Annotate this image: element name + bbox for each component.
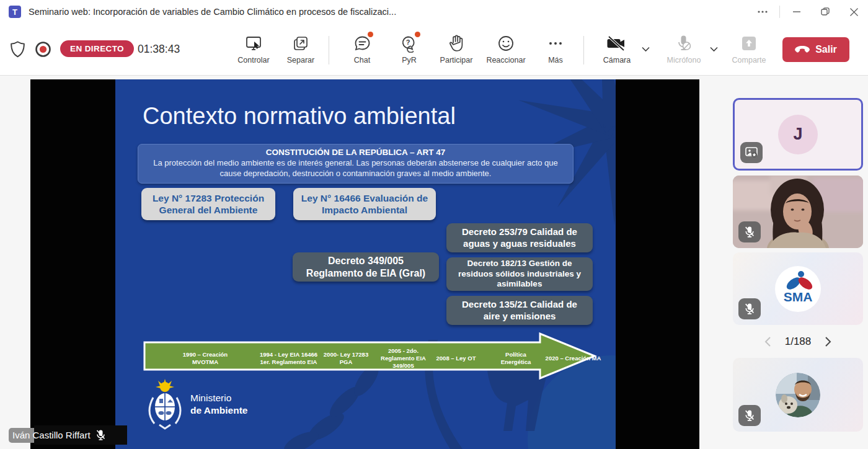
qa-icon: ? bbox=[400, 32, 418, 55]
pager-count: 1/188 bbox=[785, 336, 812, 348]
svg-text:SMA: SMA bbox=[784, 290, 813, 304]
window-title: Seminario web: Incorporación de variable… bbox=[29, 7, 396, 17]
react-smiley-icon bbox=[497, 32, 515, 55]
more-icon bbox=[547, 32, 564, 55]
mic-muted-badge bbox=[738, 221, 761, 242]
participant-photo-avatar bbox=[776, 373, 820, 417]
pager-next-icon[interactable] bbox=[825, 336, 832, 347]
presentation-slide: Contexto normativo ambiental CONSTITUCIÓ… bbox=[115, 79, 616, 449]
popout-button[interactable]: Separar bbox=[278, 32, 324, 71]
ministry-name-line1: Ministerio bbox=[190, 392, 247, 404]
mic-muted-icon bbox=[744, 226, 755, 238]
timeline-item: 1994 - Ley EIA 16466 1er. Reglamento EIA bbox=[259, 342, 318, 375]
mic-muted-badge bbox=[738, 298, 761, 319]
decree-box-182-13: Decreto 182/13 Gestión de residuos sólid… bbox=[446, 257, 593, 291]
raise-hand-icon bbox=[448, 32, 465, 55]
timeline-item: 2000- Ley 17283 PGA bbox=[319, 342, 373, 375]
shared-screen-stage: Contexto normativo ambiental CONSTITUCIÓ… bbox=[30, 79, 699, 449]
timeline-item: 2008 – Ley OT bbox=[430, 342, 482, 375]
participant-tile-photo[interactable] bbox=[733, 358, 863, 432]
title-bar: T Seminario web: Incorporación de variab… bbox=[0, 0, 868, 24]
presenter-mic-muted-icon bbox=[95, 429, 106, 441]
live-badge: EN DIRECTO bbox=[60, 40, 134, 57]
sma-logo-icon: SMA bbox=[777, 269, 818, 309]
decree-box-135-21: Decreto 135/21 Calidad de aire y emision… bbox=[446, 296, 593, 325]
participant-tile-sma[interactable]: SMA bbox=[733, 252, 863, 325]
microphone-muted-icon bbox=[675, 32, 693, 55]
camera-button[interactable]: Cámara bbox=[594, 32, 640, 71]
avatar-initial: J bbox=[778, 115, 818, 154]
titlebar-more-button[interactable] bbox=[748, 0, 777, 24]
ministry-logo: Ministerio de Ambiente bbox=[147, 379, 247, 430]
toolbar-divider bbox=[329, 36, 329, 64]
teams-meeting-window: T Seminario web: Incorporación de variab… bbox=[0, 0, 868, 449]
qa-button[interactable]: ? PyR bbox=[386, 32, 432, 71]
react-button[interactable]: Reaccionar bbox=[483, 32, 529, 71]
close-button[interactable] bbox=[839, 0, 868, 24]
video-effects-badge bbox=[740, 142, 763, 163]
control-button[interactable]: Controlar bbox=[231, 32, 277, 71]
leave-button[interactable]: Salir bbox=[782, 37, 849, 62]
more-button[interactable]: Más bbox=[533, 32, 578, 71]
qa-notification-dot bbox=[415, 32, 420, 37]
constitution-box: CONSTITUCIÓN DE LA REPÚBLICA – ART 47 La… bbox=[138, 144, 574, 184]
minimize-button[interactable] bbox=[782, 0, 811, 24]
participant-tile-active-speaker[interactable]: J bbox=[733, 98, 863, 171]
decree-box-253-79: Decreto 253/79 Calidad de aguas y aguas … bbox=[446, 223, 593, 252]
teams-logo-icon: T bbox=[9, 6, 21, 18]
leave-button-label: Salir bbox=[815, 44, 837, 55]
control-screen-icon bbox=[244, 32, 263, 55]
security-shield-icon[interactable] bbox=[10, 41, 25, 60]
mic-muted-icon bbox=[744, 409, 755, 422]
chat-icon bbox=[353, 32, 371, 55]
more-dots-icon bbox=[757, 6, 768, 17]
titlebar-divider bbox=[779, 6, 780, 18]
slide-title: Contexto normativo ambiental bbox=[143, 103, 456, 130]
participants-pager: 1/188 bbox=[733, 331, 863, 352]
timeline-item: 1990 – Creación MVOTMA bbox=[177, 342, 233, 375]
microphone-options-chevron[interactable] bbox=[709, 43, 719, 55]
uruguay-coat-of-arms-icon bbox=[147, 379, 183, 430]
video-effects-icon bbox=[745, 147, 758, 158]
popout-icon bbox=[292, 32, 309, 55]
microphone-button[interactable]: Micrófono bbox=[661, 32, 707, 71]
meeting-timer: 01:38:43 bbox=[138, 43, 180, 56]
timeline-item: 2005 - 2do. Reglamento EIA 349/005 bbox=[374, 342, 433, 375]
mic-muted-badge bbox=[738, 405, 761, 426]
share-button[interactable]: Comparte bbox=[726, 32, 772, 71]
close-icon bbox=[849, 7, 859, 17]
participant-tile-video[interactable] bbox=[733, 176, 863, 248]
toolbar-divider bbox=[583, 36, 584, 64]
svg-text:?: ? bbox=[406, 38, 410, 46]
restore-button[interactable] bbox=[811, 0, 839, 24]
raise-hand-button[interactable]: Participar bbox=[433, 32, 479, 71]
constitution-heading: CONSTITUCIÓN DE LA REPÚBLICA – ART 47 bbox=[147, 148, 564, 157]
chat-button[interactable]: Chat bbox=[339, 32, 385, 71]
restore-icon bbox=[820, 7, 830, 17]
man-with-dog-photo bbox=[776, 373, 820, 417]
timeline-labels: 1990 – Creación MVOTMA 1994 - Ley EIA 16… bbox=[143, 342, 590, 375]
ministry-name-line2: de Ambiente bbox=[190, 404, 247, 417]
participants-panel: J bbox=[699, 76, 868, 449]
presenter-name-label: Iván Castillo Riffart bbox=[0, 425, 130, 445]
decree-box-349-005: Decreto 349/005 Reglamento de EIA (Gral) bbox=[293, 252, 439, 282]
presenter-name: Iván Castillo Riffart bbox=[12, 430, 91, 440]
pager-previous-icon[interactable] bbox=[764, 336, 771, 347]
hang-up-icon bbox=[795, 46, 810, 53]
recording-indicator-icon[interactable] bbox=[35, 41, 51, 60]
timeline-item: Política Energética bbox=[490, 342, 541, 375]
chat-notification-dot bbox=[368, 32, 373, 37]
constitution-body: La protección del medio ambiente es de i… bbox=[147, 158, 564, 179]
camera-off-icon bbox=[606, 32, 627, 55]
sma-avatar: SMA bbox=[775, 266, 821, 312]
law-box-17283: Ley N° 17283 Protección General del Ambi… bbox=[141, 188, 275, 220]
mic-muted-icon bbox=[744, 303, 755, 315]
camera-options-chevron[interactable] bbox=[641, 43, 650, 55]
share-screen-icon bbox=[740, 32, 758, 55]
law-box-16466: Ley N° 16466 Evaluación de Impacto Ambie… bbox=[293, 188, 436, 220]
meeting-toolbar: EN DIRECTO 01:38:43 Controlar Separar Ch… bbox=[0, 24, 868, 76]
timeline-item: 2020 – Creación MA bbox=[544, 342, 603, 375]
minimize-icon bbox=[792, 7, 801, 16]
